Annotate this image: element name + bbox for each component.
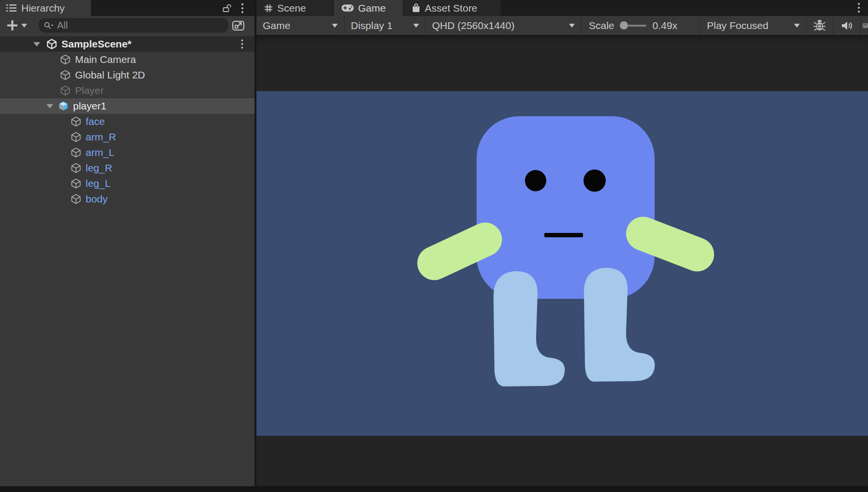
chevron-down-icon xyxy=(569,24,575,28)
view-mode-dropdown[interactable]: Game xyxy=(256,16,344,35)
resolution-label: QHD (2560x1440) xyxy=(432,20,514,31)
unity-scene-icon xyxy=(46,39,57,49)
character-mouth xyxy=(544,233,583,237)
scene-options-button[interactable] xyxy=(241,39,254,49)
bug-icon xyxy=(813,19,826,32)
character-body xyxy=(477,116,655,299)
scale-slider[interactable] xyxy=(620,21,646,30)
unity-editor-window: Hierarchy xyxy=(0,0,868,492)
hierarchy-row-global-light-2d[interactable]: Global Light 2D xyxy=(0,67,254,83)
tab-asset-store[interactable]: Asset Store xyxy=(404,0,501,16)
hierarchy-tree: SampleScene* Main Camera Global Light 2D… xyxy=(0,35,254,486)
game-tab-label: Game xyxy=(358,2,386,14)
search-icon xyxy=(44,21,54,30)
play-focus-dropdown[interactable]: Play Focused xyxy=(701,16,807,35)
mute-audio-button[interactable] xyxy=(833,16,861,35)
hierarchy-menu-kebab-icon[interactable] xyxy=(241,3,244,14)
foldout-arrow-icon xyxy=(33,42,40,46)
kebab-icon xyxy=(241,39,243,49)
player1-foldout[interactable] xyxy=(42,104,58,108)
list-icon xyxy=(6,4,16,12)
scene-name-label: SampleScene* xyxy=(61,38,132,50)
gameobject-cube-icon xyxy=(60,85,71,96)
asset-store-tab-label: Asset Store xyxy=(425,2,478,14)
hierarchy-row-face[interactable]: face xyxy=(0,114,254,129)
hierarchy-row-leg-l[interactable]: leg_L xyxy=(0,176,254,191)
slider-track[interactable] xyxy=(628,25,646,27)
unlock-icon[interactable] xyxy=(222,3,231,13)
hierarchy-row-arm-l[interactable]: arm_L xyxy=(0,145,254,160)
stats-grid-icon xyxy=(863,20,868,31)
prefab-cube-icon xyxy=(58,101,69,111)
game-panel-menu-button[interactable] xyxy=(857,2,860,14)
game-viewport-letterbox xyxy=(256,35,868,486)
game-render-area[interactable] xyxy=(256,91,868,436)
open-search-window-button[interactable] xyxy=(232,20,245,31)
character-eye-right xyxy=(584,169,606,192)
speaker-icon xyxy=(840,20,853,31)
create-dropdown-caret-icon xyxy=(21,24,27,28)
character-eye-left xyxy=(525,170,546,191)
game-view-toolbar: Game Display 1 QHD (2560x1440) Scale 0.4… xyxy=(256,16,868,35)
gameobject-cube-icon xyxy=(71,163,81,173)
scene-grid-icon xyxy=(264,4,273,13)
view-mode-label: Game xyxy=(263,20,290,31)
hierarchy-toolbar xyxy=(0,16,254,35)
plus-icon xyxy=(7,20,18,31)
scale-label: Scale xyxy=(589,20,614,31)
gameobject-cube-icon xyxy=(71,132,81,142)
gameobject-cube-icon xyxy=(71,116,81,127)
foldout-arrow-icon xyxy=(46,104,53,108)
gameobject-cube-icon xyxy=(60,70,71,80)
scene-tab-label: Scene xyxy=(277,2,306,14)
create-object-button[interactable] xyxy=(7,20,27,31)
gameobject-cube-icon xyxy=(60,54,71,65)
hierarchy-row-player[interactable]: Player xyxy=(0,83,254,98)
tab-hierarchy[interactable]: Hierarchy xyxy=(0,0,91,16)
window-bottom-edge xyxy=(0,486,868,492)
shopping-bag-icon xyxy=(412,3,420,13)
tab-scene[interactable]: Scene xyxy=(256,0,333,16)
gameobject-cube-icon xyxy=(71,178,81,189)
display-dropdown[interactable]: Display 1 xyxy=(344,16,426,35)
gameobject-cube-icon xyxy=(71,147,81,158)
scale-value: 0.49x xyxy=(653,20,677,31)
hierarchy-row-main-camera[interactable]: Main Camera xyxy=(0,52,254,67)
hierarchy-panel: Hierarchy xyxy=(0,0,254,486)
play-focus-label: Play Focused xyxy=(707,20,768,31)
hierarchy-search-field[interactable] xyxy=(39,18,228,32)
debug-button[interactable] xyxy=(807,16,833,35)
scale-control: Scale 0.49x xyxy=(582,16,701,35)
hierarchy-row-leg-r[interactable]: leg_R xyxy=(0,160,254,176)
hierarchy-tab-strip: Hierarchy xyxy=(0,0,254,16)
game-tab-strip: Scene Game Asset Store xyxy=(256,0,868,16)
slider-knob[interactable] xyxy=(620,21,628,30)
popout-icon xyxy=(232,20,245,31)
search-input[interactable] xyxy=(57,20,223,31)
hierarchy-row-player1[interactable]: player1 xyxy=(0,98,254,114)
stats-button[interactable] xyxy=(861,16,868,35)
gameobject-cube-icon xyxy=(71,194,81,204)
scene-foldout[interactable] xyxy=(27,42,46,46)
chevron-down-icon xyxy=(413,24,419,28)
hierarchy-row-samplescene[interactable]: SampleScene* xyxy=(0,36,254,52)
chevron-down-icon xyxy=(332,24,338,28)
gamepad-icon xyxy=(342,4,354,12)
hierarchy-row-body[interactable]: body xyxy=(0,191,254,207)
chevron-down-icon xyxy=(794,24,800,28)
display-label: Display 1 xyxy=(351,20,392,31)
tab-game[interactable]: Game xyxy=(334,0,403,16)
resolution-dropdown[interactable]: QHD (2560x1440) xyxy=(426,16,582,35)
kebab-icon xyxy=(857,2,860,14)
game-panel: Scene Game Asset Store xyxy=(256,0,868,486)
hierarchy-row-arm-r[interactable]: arm_R xyxy=(0,129,254,145)
hierarchy-tab-label: Hierarchy xyxy=(21,2,65,14)
